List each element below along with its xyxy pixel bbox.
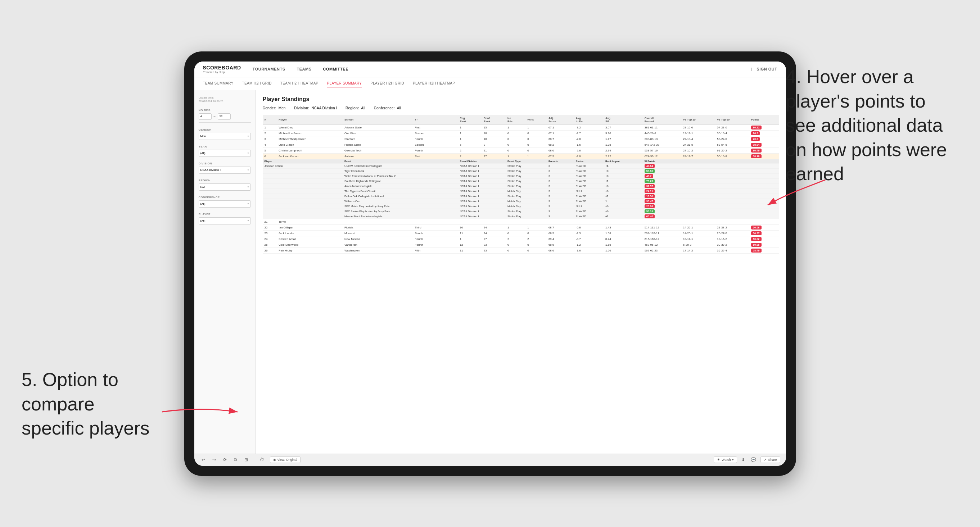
cell-points[interactable]: 70.2 bbox=[749, 136, 779, 142]
sidebar-conference-wrapper: (All) bbox=[199, 200, 251, 208]
cell-rank: 22 bbox=[263, 224, 277, 230]
subnav-team-h2h-grid[interactable]: TEAM H2H GRID bbox=[242, 80, 272, 87]
sidebar-year-label: Year bbox=[199, 145, 251, 148]
cell-conf-rank: 24 bbox=[482, 224, 506, 230]
cell-player: Ian Gilligan bbox=[277, 224, 343, 230]
cell-points[interactable]: 60.02 bbox=[749, 236, 779, 242]
sidebar-conference-section: Conference (All) bbox=[199, 196, 251, 208]
cell-points[interactable]: 68.18 bbox=[749, 153, 779, 159]
subnav-player-summary[interactable]: PLAYER SUMMARY bbox=[327, 80, 362, 87]
refresh-icon[interactable]: ⟳ bbox=[222, 457, 228, 463]
event-type-6: Match Play bbox=[506, 189, 547, 194]
points-badge-jackson[interactable]: 68.18 bbox=[751, 154, 762, 158]
event-rounds-11: 3 bbox=[547, 214, 574, 219]
download-icon[interactable]: ⬇ bbox=[740, 457, 746, 463]
event-name-6: The Cypress Point Classic bbox=[343, 189, 458, 194]
nav-committee[interactable]: COMMITTEE bbox=[323, 65, 348, 73]
sidebar-year-select[interactable]: (All) bbox=[199, 150, 251, 157]
cell-points[interactable]: 80.22 bbox=[749, 124, 779, 130]
sidebar-division-label: Division bbox=[199, 162, 251, 165]
cell-points[interactable]: 76.2 bbox=[749, 130, 779, 136]
cell-reg-rank bbox=[458, 219, 482, 224]
cell-vs25: 27-10-2 bbox=[681, 148, 715, 153]
cell-conf-rank: 23 bbox=[482, 242, 506, 248]
sidebar-gender-label: Gender bbox=[199, 128, 251, 131]
watch-button[interactable]: 👁 Watch ▾ bbox=[714, 457, 737, 463]
cell-yr: Second bbox=[413, 142, 458, 148]
subnav-team-summary[interactable]: TEAM SUMMARY bbox=[203, 80, 234, 87]
sidebar-region-select[interactable]: N/A bbox=[199, 183, 251, 190]
sidebar-conference-select[interactable]: (All) bbox=[199, 200, 251, 208]
event-col-wpoints: W Points bbox=[643, 159, 779, 163]
event-player-7 bbox=[263, 194, 343, 198]
event-status-4: PLAYED bbox=[574, 178, 603, 183]
comment-icon[interactable]: 💬 bbox=[749, 457, 757, 463]
event-type-5: Stroke Play bbox=[506, 183, 547, 189]
range-slider[interactable] bbox=[199, 122, 251, 123]
event-wpoints-1: 40.64 bbox=[643, 163, 779, 168]
sidebar-gender-select[interactable]: Men bbox=[199, 133, 251, 140]
cell-conf-rank: 18 bbox=[482, 130, 506, 136]
event-status-3: PLAYED bbox=[574, 173, 603, 178]
sidebar-range-inputs: – bbox=[199, 113, 251, 120]
main-content: Update time: 27/01/2024 16:56:26 No Rds.… bbox=[194, 90, 786, 454]
no-rds-min-input[interactable] bbox=[199, 113, 212, 120]
event-row-10: SEC Stroke Play hosted by Jerry Pate NCA… bbox=[263, 209, 779, 214]
undo-icon[interactable]: ↩ bbox=[200, 457, 207, 463]
cell-reg-rank: 2 bbox=[458, 153, 482, 159]
filter-division-label: Division: bbox=[294, 106, 309, 110]
points-badge[interactable]: 76.2 bbox=[751, 131, 760, 135]
event-name-10: SEC Stroke Play hosted by Jerry Pate bbox=[343, 209, 458, 214]
no-rds-max-input[interactable] bbox=[218, 113, 231, 120]
redo-icon[interactable]: ↪ bbox=[211, 457, 217, 463]
cell-avg-sg: 1.98 bbox=[603, 142, 643, 148]
event-name-4: Southern Highlands Collegiate bbox=[343, 178, 458, 183]
col-player: Player bbox=[277, 115, 343, 125]
cell-points[interactable]: 80.49 bbox=[749, 148, 779, 153]
col-overall: OverallRecord bbox=[643, 115, 681, 125]
nav-teams[interactable]: TEAMS bbox=[297, 65, 311, 73]
sidebar-division-select[interactable]: NCAA Division I bbox=[199, 167, 251, 174]
points-badge[interactable]: 80.49 bbox=[751, 149, 762, 152]
share-button[interactable]: ↗ Share bbox=[760, 457, 780, 463]
copy-icon[interactable]: ⧉ bbox=[232, 457, 239, 463]
cell-overall: 562-62-23 bbox=[643, 248, 681, 253]
sidebar-year-section: Year (All) bbox=[199, 145, 251, 157]
cell-points[interactable]: 58.49 bbox=[749, 248, 779, 253]
points-badge[interactable]: 80.22 bbox=[751, 125, 762, 130]
cell-points[interactable]: 60.58 bbox=[749, 224, 779, 230]
subnav-player-h2h-heatmap[interactable]: PLAYER H2H HEATMAP bbox=[413, 80, 455, 87]
share-label: Share bbox=[768, 458, 777, 462]
cell-adj-score: 68.5 bbox=[547, 230, 574, 236]
event-rounds-7: 3 bbox=[547, 194, 574, 198]
table-row: 2 Michael La Sasso Ole Miss Second 1 18 … bbox=[263, 130, 779, 136]
content-area: Player Standings Gender: Men Division: N… bbox=[256, 90, 786, 454]
nav-divider: | bbox=[751, 67, 752, 71]
event-status-9: NULL bbox=[574, 203, 603, 209]
subnav-team-h2h-heatmap[interactable]: TEAM H2H HEATMAP bbox=[280, 80, 318, 87]
cell-points[interactable]: 88.94 bbox=[749, 142, 779, 148]
table-row: 1 Wenyi Ding Arizona State First 1 15 1 … bbox=[263, 124, 779, 130]
clock-icon[interactable]: ⏱ bbox=[258, 457, 266, 463]
cell-vs25 bbox=[681, 219, 715, 224]
cell-adj-score: 68.2 bbox=[547, 142, 574, 148]
subnav-player-h2h-grid[interactable]: PLAYER H2H GRID bbox=[370, 80, 404, 87]
nav-tournaments[interactable]: TOURNAMENTS bbox=[253, 65, 285, 73]
cell-no-rds: 0 bbox=[506, 142, 525, 148]
cell-player: Michael Thorbjornsen bbox=[277, 136, 343, 142]
view-original-button[interactable]: ◉ View: Original bbox=[270, 457, 301, 463]
points-badge[interactable]: 88.94 bbox=[751, 143, 762, 147]
event-col-rounds: Rounds bbox=[547, 159, 574, 163]
points-badge[interactable]: 70.2 bbox=[751, 137, 760, 141]
event-row-7: Fallen Oak Collegiate Invitational NCAA … bbox=[263, 194, 779, 198]
sidebar-region-wrapper: N/A bbox=[199, 183, 251, 190]
cell-points[interactable]: 59.95 bbox=[749, 242, 779, 248]
cell-adj-score: 67.5 bbox=[547, 153, 574, 159]
cell-vs25: 10-11-1 bbox=[681, 236, 715, 242]
sign-out-link[interactable]: Sign out bbox=[757, 65, 777, 73]
cell-school: Missouri bbox=[343, 230, 413, 236]
paste-icon[interactable]: ⊞ bbox=[243, 457, 250, 463]
cell-points[interactable]: 60.27 bbox=[749, 230, 779, 236]
event-rank-3: +0 bbox=[603, 173, 643, 178]
sidebar-player-select[interactable]: (All) bbox=[199, 217, 251, 224]
